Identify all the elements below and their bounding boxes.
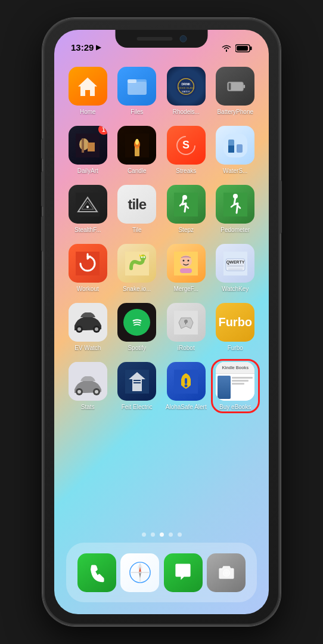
streaks-label: Streaks	[176, 168, 196, 174]
svg-marker-3	[78, 78, 97, 96]
dock-messages-icon	[164, 553, 203, 592]
workout-icon	[69, 244, 107, 283]
dock-phone[interactable]	[77, 553, 116, 592]
app-furbo[interactable]: Furbo Furbo	[214, 303, 257, 351]
app-stepz[interactable]: Stepz	[164, 185, 208, 233]
pedometer-icon	[216, 185, 254, 224]
app-ebooks[interactable]: Kindle Books Buy eBooks	[214, 362, 257, 410]
status-icons	[221, 44, 252, 52]
dot-5[interactable]	[178, 532, 182, 537]
ebooks-content	[216, 374, 254, 401]
app-watchkey[interactable]: QWERTY WatchKey	[214, 244, 257, 292]
svg-rect-27	[223, 134, 247, 157]
ebooks-bar: Kindle Books	[216, 362, 254, 374]
svg-text:S: S	[182, 139, 190, 151]
app-streaks[interactable]: S Streaks	[164, 126, 208, 174]
svg-point-22	[135, 139, 139, 145]
ebooks-line-3	[232, 383, 244, 385]
phone-frame: 13:29 ▶	[42, 18, 281, 626]
svg-text:WATER: WATER	[182, 90, 191, 92]
pedometer-label: Pedometer	[220, 227, 250, 233]
ebooks-line-1	[232, 377, 253, 379]
svg-rect-54	[228, 268, 243, 270]
dailyart-icon: 1	[69, 126, 107, 165]
app-merge[interactable]: MergeF...	[164, 244, 208, 292]
app-rhode[interactable]: DRINK RHODE ISLAND WATER Rhodels...	[164, 67, 208, 115]
volume-down-button[interactable]	[41, 216, 44, 252]
furbo-icon: Furbo	[216, 303, 254, 342]
rhode-icon: DRINK RHODE ISLAND WATER	[167, 67, 206, 106]
svg-point-59	[95, 327, 98, 331]
app-workout[interactable]: Workout	[66, 244, 110, 292]
app-candle[interactable]: Candle	[116, 126, 159, 174]
dot-3[interactable]	[160, 532, 164, 537]
dock-camera[interactable]	[207, 553, 246, 592]
dailyart-label: DailyArt	[77, 168, 98, 174]
ebooks-book-thumb	[218, 376, 231, 399]
svg-point-79	[225, 571, 228, 574]
streaks-icon: S	[167, 126, 206, 165]
app-stats[interactable]: Stats	[66, 362, 110, 410]
volume-up-button[interactable]	[41, 171, 44, 207]
svg-point-36	[182, 195, 187, 200]
app-pedometer[interactable]: Pedometer	[214, 185, 257, 233]
ev-label: EV Watch	[74, 345, 101, 351]
irobot-label: iRobot	[178, 345, 195, 351]
notch	[116, 30, 208, 48]
spotify-icon	[117, 303, 156, 342]
dock-messages[interactable]	[164, 553, 203, 592]
dot-4[interactable]	[169, 532, 173, 537]
power-button[interactable]	[279, 180, 282, 234]
app-dailyart[interactable]: 1 DailyArt	[66, 126, 110, 174]
ebooks-text	[232, 376, 253, 399]
battery-app-icon	[216, 67, 254, 106]
svg-point-57	[77, 327, 81, 331]
mute-button[interactable]	[41, 138, 44, 159]
workout-label: Workout	[77, 286, 99, 292]
svg-text:RHODE ISLAND: RHODE ISLAND	[178, 86, 195, 89]
app-home[interactable]: Home	[66, 67, 110, 115]
svg-point-47	[183, 259, 185, 261]
svg-point-67	[95, 390, 98, 394]
dock-safari[interactable]	[120, 553, 159, 592]
home-icon	[69, 67, 107, 106]
furbo-label: Furbo	[228, 345, 243, 351]
app-waters[interactable]: WaterS...	[214, 126, 257, 174]
dot-1[interactable]	[142, 532, 146, 537]
ev-icon	[69, 303, 107, 342]
irobot-icon: i	[167, 303, 206, 342]
status-time: 13:29 ▶	[71, 42, 101, 52]
svg-point-65	[77, 390, 81, 394]
app-stealth[interactable]: StealthF...	[66, 185, 110, 233]
app-tile[interactable]: tile Tile	[116, 185, 159, 233]
dot-2[interactable]	[151, 532, 155, 537]
app-aloha[interactable]: AlohaSafe Alert	[164, 362, 208, 410]
aloha-label: AlohaSafe Alert	[166, 404, 207, 410]
app-ev[interactable]: EV Watch	[66, 303, 110, 351]
svg-rect-49	[180, 268, 192, 273]
svg-rect-2	[237, 46, 248, 51]
dock-phone-icon	[77, 553, 116, 592]
merge-label: MergeF...	[173, 286, 198, 292]
speaker	[136, 37, 172, 41]
svg-rect-29	[237, 144, 243, 153]
dock	[66, 543, 257, 602]
stats-icon	[69, 362, 107, 401]
app-feit[interactable]: Feit Electric	[116, 362, 159, 410]
snake-icon	[117, 244, 156, 283]
svg-point-41	[140, 255, 146, 261]
app-snake[interactable]: Snake.io...	[116, 244, 159, 292]
wifi-icon	[221, 44, 232, 52]
app-irobot[interactable]: i iRobot	[164, 303, 208, 351]
waters-label: WaterS...	[223, 168, 247, 174]
app-battery[interactable]: BatteryPhone	[214, 67, 257, 115]
app-spotify[interactable]: Spotify	[116, 303, 159, 351]
svg-point-62	[184, 320, 188, 323]
app-grid: Home Files DR	[54, 61, 269, 416]
spotify-label: Spotify	[128, 345, 146, 351]
stepz-label: Stepz	[178, 227, 194, 233]
page-dots	[54, 532, 269, 537]
app-files[interactable]: Files	[116, 67, 159, 115]
watchkey-label: WatchKey	[222, 286, 249, 292]
aloha-icon	[167, 362, 206, 401]
